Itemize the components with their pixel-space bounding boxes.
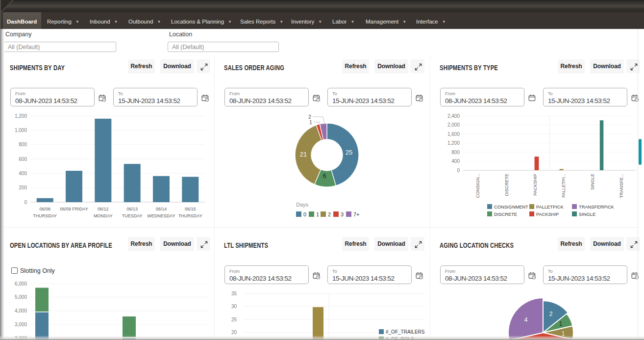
svg-text:MONDAY: MONDAY (94, 213, 113, 218)
svg-text:1,000: 1,000 (15, 128, 27, 133)
svg-text:3: 3 (341, 211, 344, 217)
svg-text:1,200: 1,200 (15, 113, 27, 119)
svg-text:CONSIGNMENT: CONSIGNMENT (494, 205, 528, 209)
svg-text:25: 25 (231, 317, 237, 322)
svg-text:6,000: 6,000 (15, 281, 27, 287)
svg-text:2,000: 2,000 (447, 122, 460, 128)
svg-text:06/14: 06/14 (156, 207, 167, 211)
svg-text:800: 800 (451, 150, 460, 155)
svg-text:3,000: 3,000 (15, 322, 27, 327)
svg-text:7+: 7+ (353, 211, 360, 217)
svg-text:4,000: 4,000 (15, 308, 27, 314)
svg-text:400: 400 (451, 158, 460, 164)
svg-text:25: 25 (346, 149, 352, 156)
svg-text:0: 0 (457, 168, 460, 173)
svg-text:0: 0 (303, 211, 306, 217)
svg-text:SINGLE: SINGLE (579, 212, 595, 217)
svg-text:200: 200 (19, 185, 27, 190)
svg-text:Days: Days (296, 202, 309, 208)
svg-text:06/15: 06/15 (185, 207, 196, 211)
svg-text:6: 6 (322, 172, 326, 180)
svg-text:THURSDAY: THURSDAY (33, 213, 57, 218)
svg-text:TUESDAY: TUESDAY (122, 213, 143, 218)
svg-text:4: 4 (524, 316, 528, 323)
svg-text:1: 1 (316, 211, 319, 217)
svg-text:1,600: 1,600 (447, 131, 460, 137)
svg-text:PACKSHIP: PACKSHIP (536, 212, 559, 217)
svg-text:06/09 FRIDAY: 06/09 FRIDAY (60, 207, 88, 211)
svg-text:06/13: 06/13 (126, 207, 138, 211)
svg-text:THURSDAY: THURSDAY (178, 213, 202, 218)
svg-text:PACKSHIP: PACKSHIP (533, 174, 538, 196)
svg-text:06/08: 06/08 (39, 207, 50, 211)
svg-text:PALLETPICK: PALLETPICK (536, 205, 564, 209)
svg-text:SINGLE: SINGLE (590, 174, 595, 190)
svg-text:1: 1 (559, 320, 563, 327)
svg-text:1: 1 (309, 119, 312, 125)
svg-text:30: 30 (231, 304, 237, 309)
svg-text:#_OF_TRAILERS: #_OF_TRAILERS (386, 329, 425, 335)
svg-text:2: 2 (549, 311, 553, 317)
svg-text:0: 0 (24, 200, 27, 205)
svg-text:20: 20 (231, 330, 237, 335)
svg-text:TRANSFERPICK: TRANSFERPICK (579, 205, 615, 209)
svg-text:WEDNESDAY: WEDNESDAY (147, 213, 175, 218)
svg-text:800: 800 (19, 142, 27, 147)
svg-text:2,400: 2,400 (447, 113, 460, 119)
svg-text:21: 21 (300, 151, 307, 158)
svg-text:DISCRETE: DISCRETE (494, 212, 517, 217)
svg-text:400: 400 (19, 171, 27, 176)
svg-text:DISCRETE: DISCRETE (504, 174, 509, 196)
svg-text:06/12: 06/12 (98, 207, 109, 211)
svg-text:5,000: 5,000 (15, 294, 27, 300)
svg-text:TRANSFE...: TRANSFE... (619, 174, 624, 198)
svg-text:PALLETPI...: PALLETPI... (561, 174, 566, 198)
svg-text:600: 600 (19, 157, 27, 162)
svg-text:35: 35 (231, 291, 237, 296)
svg-text:1,200: 1,200 (447, 140, 460, 146)
svg-text:2: 2 (328, 211, 331, 217)
svg-text:CONSIGN...: CONSIGN... (475, 174, 480, 198)
